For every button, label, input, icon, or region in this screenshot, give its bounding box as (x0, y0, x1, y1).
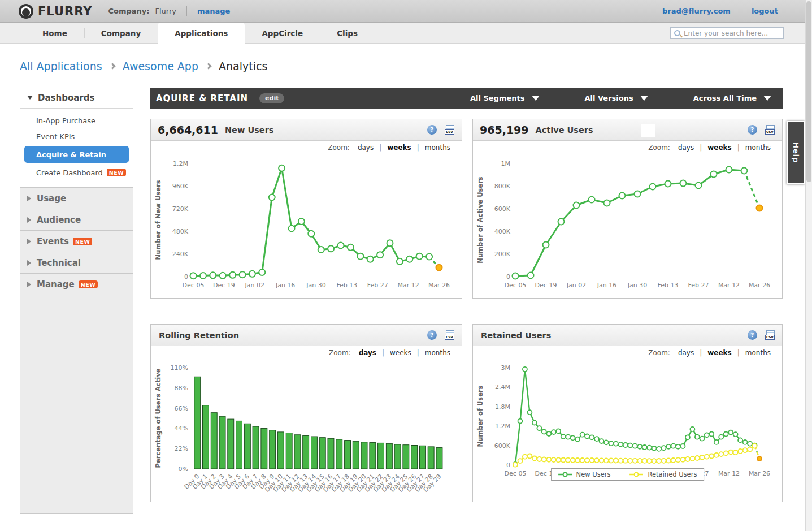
zoom-controls: Zoom:days|weeks|months (151, 346, 462, 360)
chevron-right-icon (27, 282, 31, 287)
svg-text:2.4M: 2.4M (495, 383, 510, 391)
sidebar-item-label: Acquire & Retain (36, 150, 106, 159)
retained-users-chart[interactable]: 0600K1.2M1.8M2.4M3MNumber of UsersDec 05… (473, 360, 776, 483)
tab-home[interactable]: Home (25, 23, 84, 44)
retained-users-title: Retained Users (481, 331, 551, 340)
svg-text:1M: 1M (501, 160, 511, 167)
svg-text:960K: 960K (172, 183, 189, 190)
help-icon[interactable]: ? (748, 330, 757, 340)
search-input[interactable] (684, 29, 783, 37)
zoom-months[interactable]: months (425, 144, 450, 152)
help-icon[interactable]: ? (427, 330, 437, 340)
zoom-weeks[interactable]: weeks (390, 349, 411, 357)
svg-text:800K: 800K (494, 183, 511, 190)
separator: | (700, 349, 702, 357)
sidebar-section-manage[interactable]: ManageNEW (20, 274, 133, 295)
account-email-link[interactable]: brad@flurry.com (662, 7, 731, 15)
breadcrumb-awesome-app[interactable]: Awesome App (123, 60, 198, 72)
rolling-retention-chart[interactable]: 0%22%44%66%88%110%Percentage of Users Ac… (151, 360, 456, 500)
panel-header: 965,199 Active Users ? csv (473, 119, 782, 141)
page: FLURRY Company: Flurry manage brad@flurr… (0, 0, 812, 531)
zoom-controls: Zoom:days|weeks|months (473, 346, 782, 360)
filter-all-versions[interactable]: All Versions (585, 94, 648, 102)
svg-text:600K: 600K (494, 442, 511, 450)
zoom-days[interactable]: days (358, 144, 374, 152)
zoom-weeks[interactable]: weeks (707, 144, 732, 152)
svg-text:66%: 66% (175, 405, 188, 412)
tab-appcircle[interactable]: AppCircle (245, 23, 320, 44)
tab-applications[interactable]: Applications (158, 23, 245, 44)
zoom-weeks[interactable]: weeks (387, 144, 411, 152)
filter-across-all-time[interactable]: Across All Time (693, 94, 771, 102)
sidebar-section-technical[interactable]: Technical (20, 252, 133, 274)
legend-item-retained-users[interactable]: Retained Users (630, 470, 697, 478)
zoom-months[interactable]: months (745, 144, 771, 152)
new-users-count: 6,664,611 (158, 124, 218, 136)
sidebar-section-audience[interactable]: Audience (20, 209, 133, 231)
tab-company[interactable]: Company (84, 23, 158, 44)
csv-export-icon[interactable]: csv (765, 125, 775, 135)
svg-text:Feb 27: Feb 27 (367, 282, 388, 289)
panel-header: Rolling Retention ? csv (151, 325, 462, 346)
sidebar-item-in-app-purchase[interactable]: In-App Purchase (20, 113, 133, 128)
scrollbar-thumb[interactable] (806, 1, 811, 182)
panel-new-users: 6,664,611 New Users ? csv Zoom:days|week… (150, 119, 462, 299)
sidebar-items: In-App PurchaseEvent KPIsAcquire & Retai… (20, 109, 133, 187)
sidebar-item-event-kpis[interactable]: Event KPIs (20, 128, 133, 144)
main-content: AQUIRE & RETAIN edit All SegmentsAll Ver… (150, 88, 783, 514)
svg-text:0: 0 (506, 461, 510, 469)
svg-text:Mar 12: Mar 12 (718, 282, 740, 289)
sidebar-section-header-dashboards[interactable]: Dashboards (20, 87, 133, 109)
active-users-chart[interactable]: 0200K400K600K800K1MNumber of Active User… (473, 154, 776, 297)
help-icon[interactable]: ? (427, 125, 437, 135)
breadcrumb-all-applications[interactable]: All Applications (20, 60, 102, 72)
separator: | (417, 144, 419, 152)
manage-link[interactable]: manage (197, 7, 230, 15)
svg-text:110%: 110% (171, 364, 188, 372)
sidebar-section-events[interactable]: EventsNEW (20, 231, 133, 252)
csv-export-icon[interactable]: csv (445, 125, 455, 135)
svg-text:44%: 44% (175, 425, 188, 432)
zoom-months[interactable]: months (425, 349, 450, 357)
separator: | (379, 144, 381, 152)
chevron-right-icon (27, 217, 31, 223)
separator: | (417, 349, 419, 357)
section-label: Manage (37, 279, 75, 290)
help-tab[interactable]: Help (787, 121, 805, 184)
chevron-right-icon (109, 63, 115, 69)
zoom-days[interactable]: days (359, 349, 376, 357)
logout-link[interactable]: logout (752, 7, 778, 15)
filter-all-segments[interactable]: All Segments (470, 94, 540, 102)
svg-text:480K: 480K (172, 228, 189, 235)
zoom-days[interactable]: days (678, 349, 694, 357)
csv-export-icon[interactable]: csv (765, 330, 775, 340)
panel-rolling-retention: Rolling Retention ? csv Zoom:days|weeks|… (150, 324, 462, 502)
sidebar-section-usage[interactable]: Usage (20, 188, 133, 209)
tab-clips[interactable]: Clips (320, 23, 375, 44)
zoom-weeks[interactable]: weeks (707, 349, 732, 357)
active-users-title: Active Users (536, 126, 593, 135)
chevron-right-icon (205, 63, 211, 69)
edit-dashboard-button[interactable]: edit (259, 93, 284, 103)
zoom-controls: Zoom:days|weeks|months (473, 141, 782, 154)
svg-text:Mar 26: Mar 26 (428, 282, 450, 289)
new-users-chart[interactable]: 0240K480K720K960K1.2MNumber of New Users… (151, 154, 456, 297)
sidebar-item-create-dashboard[interactable]: Create DashboardNEW (20, 165, 133, 180)
sidebar-section-dashboards: DashboardsIn-App PurchaseEvent KPIsAcqui… (20, 87, 133, 188)
legend-item-new-users[interactable]: New Users (558, 470, 611, 478)
svg-text:Feb 27: Feb 27 (688, 282, 709, 289)
panel-header: Retained Users ? csv (473, 325, 782, 346)
new-badge: NEW (73, 238, 92, 245)
zoom-months[interactable]: months (745, 349, 771, 357)
help-icon[interactable]: ? (748, 125, 757, 135)
company-name: Flurry (155, 7, 176, 15)
svg-text:Mar 12: Mar 12 (718, 470, 740, 477)
svg-text:Dec 05: Dec 05 (183, 282, 205, 289)
sidebar-item-acquire-retain[interactable]: Acquire & Retain (24, 146, 129, 163)
zoom-days[interactable]: days (678, 144, 694, 152)
dashboard-filters: All SegmentsAll VersionsAcross All Time (425, 94, 771, 102)
csv-export-icon[interactable]: csv (445, 330, 455, 340)
new-badge: NEW (107, 169, 126, 176)
chevron-right-icon (27, 260, 31, 266)
separator: | (737, 349, 740, 357)
